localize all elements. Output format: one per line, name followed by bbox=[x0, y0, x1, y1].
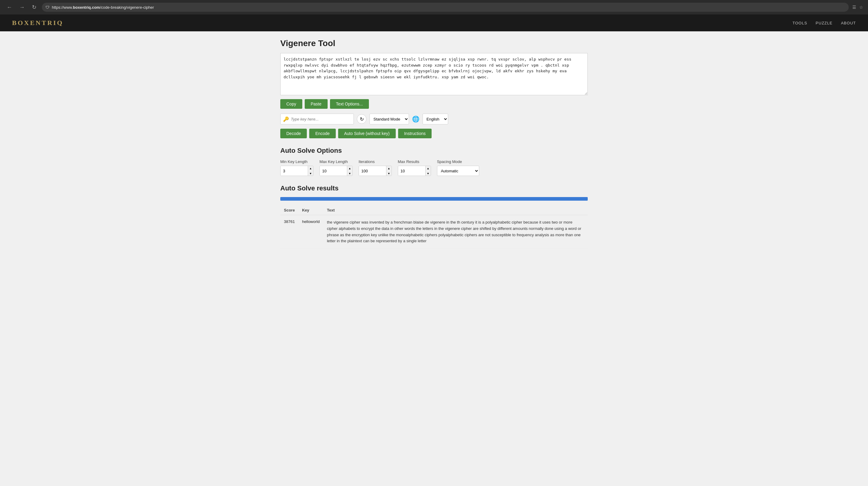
result-score: 38761 bbox=[280, 215, 299, 249]
results-table-head: Score Key Text bbox=[280, 205, 588, 215]
min-key-length-wrap: ▲ ▼ bbox=[280, 166, 313, 176]
max-results-down[interactable]: ▼ bbox=[425, 171, 431, 176]
min-key-length-up[interactable]: ▲ bbox=[308, 166, 313, 171]
text-options-button[interactable]: Text Options... bbox=[330, 99, 369, 109]
results-tbody: 38761 helloworld the vigenere cipher was… bbox=[280, 215, 588, 249]
globe-icon: 🌐 bbox=[412, 116, 420, 123]
site-logo[interactable]: BOXENTRIQ bbox=[12, 19, 63, 27]
max-results-spinners: ▲ ▼ bbox=[425, 166, 431, 176]
max-results-input[interactable] bbox=[398, 166, 425, 176]
encode-button[interactable]: Encode bbox=[309, 129, 336, 138]
browser-toolbar-right: ☰ ☆ bbox=[852, 5, 863, 10]
max-key-length-up[interactable]: ▲ bbox=[347, 166, 352, 171]
site-nav: TOOLS PUZZLE ABOUT bbox=[793, 21, 856, 25]
max-results-wrap: ▲ ▼ bbox=[398, 166, 431, 176]
nav-puzzle[interactable]: PUZZLE bbox=[815, 21, 832, 25]
spacing-mode-field: Spacing Mode Automatic Keep Spacing Remo… bbox=[437, 159, 479, 176]
col-score: Score bbox=[280, 205, 299, 215]
spacing-mode-select[interactable]: Automatic Keep Spacing Remove Spacing bbox=[437, 166, 479, 176]
language-select[interactable]: English French German Spanish Italian bbox=[423, 114, 448, 124]
key-mode-row: 🔑 ↻ Standard Mode Beaufort Mode Variant … bbox=[280, 114, 588, 124]
max-key-length-field: Max Key Length ▲ ▼ bbox=[319, 159, 352, 176]
mode-select[interactable]: Standard Mode Beaufort Mode Variant Beau… bbox=[370, 114, 409, 124]
max-results-up[interactable]: ▲ bbox=[425, 166, 431, 171]
text-action-row: Copy Paste Text Options... bbox=[280, 99, 588, 109]
security-shield-icon: 🛡 bbox=[45, 5, 50, 10]
min-key-length-down[interactable]: ▼ bbox=[308, 171, 313, 176]
result-key: helloworld bbox=[299, 215, 323, 249]
col-key: Key bbox=[299, 205, 323, 215]
progress-bar bbox=[280, 197, 588, 201]
iterations-up[interactable]: ▲ bbox=[386, 166, 392, 171]
copy-button[interactable]: Copy bbox=[280, 99, 302, 109]
results-header-row: Score Key Text bbox=[280, 205, 588, 215]
max-key-length-spinners: ▲ ▼ bbox=[347, 166, 352, 176]
results-section: Auto Solve results Score Key Text 38761 … bbox=[280, 184, 588, 249]
bookmark-icon[interactable]: ☆ bbox=[859, 5, 863, 10]
browser-chrome: ← → ↻ 🛡 https://www.boxentriq.com/code-b… bbox=[0, 0, 868, 14]
min-key-length-spinners: ▲ ▼ bbox=[308, 166, 313, 176]
iterations-spinners: ▲ ▼ bbox=[386, 166, 392, 176]
main-content: Vigenere Tool Copy Paste Text Options...… bbox=[268, 31, 600, 261]
min-key-length-label: Min Key Length bbox=[280, 159, 313, 164]
key-input[interactable] bbox=[291, 117, 351, 122]
results-title: Auto Solve results bbox=[280, 184, 588, 192]
paste-button[interactable]: Paste bbox=[305, 99, 328, 109]
key-input-wrap: 🔑 bbox=[280, 114, 354, 124]
nav-about[interactable]: ABOUT bbox=[841, 21, 856, 25]
site-header: BOXENTRIQ TOOLS PUZZLE ABOUT bbox=[0, 14, 868, 31]
max-key-length-wrap: ▲ ▼ bbox=[319, 166, 352, 176]
max-key-length-label: Max Key Length bbox=[319, 159, 352, 164]
forward-button[interactable]: → bbox=[18, 3, 27, 12]
reader-mode-icon[interactable]: ☰ bbox=[852, 5, 856, 10]
result-text: the vigenere cipher was invented by a fr… bbox=[323, 215, 588, 249]
auto-solve-options-title: Auto Solve Options bbox=[280, 147, 588, 155]
iterations-input[interactable] bbox=[359, 166, 386, 176]
auto-solve-button[interactable]: Auto Solve (without key) bbox=[338, 129, 396, 138]
iterations-down[interactable]: ▼ bbox=[386, 171, 392, 176]
page-title: Vigenere Tool bbox=[280, 39, 588, 48]
table-row: 38761 helloworld the vigenere cipher was… bbox=[280, 215, 588, 249]
iterations-label: Iterations bbox=[359, 159, 392, 164]
results-table: Score Key Text 38761 helloworld the vige… bbox=[280, 205, 588, 249]
iterations-field: Iterations ▲ ▼ bbox=[359, 159, 392, 176]
col-text: Text bbox=[323, 205, 588, 215]
nav-tools[interactable]: TOOLS bbox=[793, 21, 807, 25]
options-grid: Min Key Length ▲ ▼ Max Key Length ▲ ▼ bbox=[280, 159, 588, 176]
iterations-wrap: ▲ ▼ bbox=[359, 166, 392, 176]
max-key-length-down[interactable]: ▼ bbox=[347, 171, 352, 176]
max-results-label: Max Results bbox=[398, 159, 431, 164]
back-button[interactable]: ← bbox=[5, 3, 14, 12]
max-results-field: Max Results ▲ ▼ bbox=[398, 159, 431, 176]
spacing-mode-label: Spacing Mode bbox=[437, 159, 479, 164]
decode-button[interactable]: Decode bbox=[280, 129, 307, 138]
action-row: Decode Encode Auto Solve (without key) I… bbox=[280, 129, 588, 138]
cipher-textarea[interactable] bbox=[280, 53, 588, 95]
reload-button[interactable]: ↻ bbox=[30, 3, 38, 12]
address-bar[interactable]: 🛡 https://www.boxentriq.com/code-breakin… bbox=[42, 3, 849, 12]
instructions-button[interactable]: Instructions bbox=[398, 129, 432, 138]
min-key-length-field: Min Key Length ▲ ▼ bbox=[280, 159, 313, 176]
key-icon: 🔑 bbox=[283, 116, 289, 122]
min-key-length-input[interactable] bbox=[281, 166, 308, 176]
refresh-mode-button[interactable]: ↻ bbox=[357, 114, 367, 124]
url-display: https://www.boxentriq.com/code-breaking/… bbox=[52, 5, 154, 10]
max-key-length-input[interactable] bbox=[320, 166, 347, 176]
